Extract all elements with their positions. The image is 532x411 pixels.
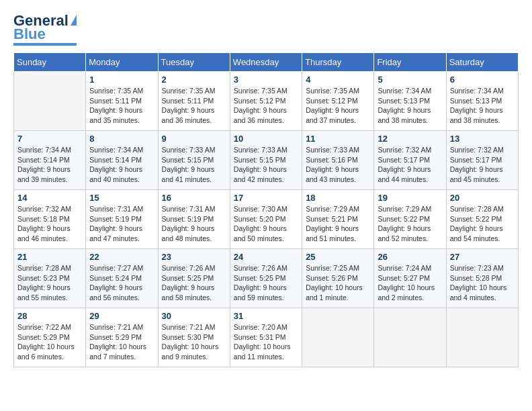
day-info: Sunrise: 7:35 AM Sunset: 5:12 PM Dayligh…: [234, 86, 298, 126]
calendar-cell: 20Sunrise: 7:28 AM Sunset: 5:22 PM Dayli…: [446, 190, 518, 249]
day-info: Sunrise: 7:33 AM Sunset: 5:15 PM Dayligh…: [162, 145, 226, 185]
calendar-week-row: 28Sunrise: 7:22 AM Sunset: 5:29 PM Dayli…: [14, 308, 519, 367]
day-info: Sunrise: 7:22 AM Sunset: 5:29 PM Dayligh…: [17, 322, 82, 362]
day-number: 20: [450, 193, 515, 203]
logo-blue-bar: [13, 43, 77, 46]
calendar-header-sunday: Sunday: [14, 53, 86, 72]
calendar-cell: 13Sunrise: 7:32 AM Sunset: 5:17 PM Dayli…: [446, 131, 518, 190]
calendar-header-tuesday: Tuesday: [158, 53, 230, 72]
day-info: Sunrise: 7:31 AM Sunset: 5:19 PM Dayligh…: [162, 204, 226, 244]
calendar-cell: 2Sunrise: 7:35 AM Sunset: 5:11 PM Daylig…: [158, 72, 230, 131]
day-number: 15: [89, 193, 154, 203]
day-info: Sunrise: 7:32 AM Sunset: 5:18 PM Dayligh…: [17, 204, 82, 244]
day-info: Sunrise: 7:34 AM Sunset: 5:14 PM Dayligh…: [17, 145, 82, 185]
calendar-cell: 9Sunrise: 7:33 AM Sunset: 5:15 PM Daylig…: [158, 131, 230, 190]
day-number: 8: [89, 134, 154, 144]
day-info: Sunrise: 7:34 AM Sunset: 5:13 PM Dayligh…: [450, 86, 515, 126]
calendar-cell: 14Sunrise: 7:32 AM Sunset: 5:18 PM Dayli…: [14, 190, 86, 249]
day-number: 23: [162, 252, 226, 262]
day-number: 19: [378, 193, 442, 203]
calendar-cell: 8Sunrise: 7:34 AM Sunset: 5:14 PM Daylig…: [86, 131, 158, 190]
calendar-cell: 6Sunrise: 7:34 AM Sunset: 5:13 PM Daylig…: [446, 72, 518, 131]
calendar-cell: 31Sunrise: 7:20 AM Sunset: 5:31 PM Dayli…: [230, 308, 302, 367]
day-number: 13: [450, 134, 515, 144]
calendar-cell: 5Sunrise: 7:34 AM Sunset: 5:13 PM Daylig…: [374, 72, 446, 131]
calendar-week-row: 21Sunrise: 7:28 AM Sunset: 5:23 PM Dayli…: [14, 249, 519, 308]
calendar-cell: 17Sunrise: 7:30 AM Sunset: 5:20 PM Dayli…: [230, 190, 302, 249]
day-number: 26: [378, 252, 442, 262]
day-number: 7: [17, 134, 82, 144]
day-info: Sunrise: 7:28 AM Sunset: 5:22 PM Dayligh…: [450, 204, 515, 244]
day-info: Sunrise: 7:26 AM Sunset: 5:25 PM Dayligh…: [234, 263, 298, 303]
day-number: 12: [378, 134, 442, 144]
calendar-cell: 28Sunrise: 7:22 AM Sunset: 5:29 PM Dayli…: [14, 308, 86, 367]
calendar-cell: [14, 72, 86, 131]
calendar-cell: 19Sunrise: 7:29 AM Sunset: 5:22 PM Dayli…: [374, 190, 446, 249]
logo-text-blue: Blue: [13, 27, 46, 42]
day-info: Sunrise: 7:34 AM Sunset: 5:14 PM Dayligh…: [89, 145, 154, 185]
calendar-cell: [446, 308, 518, 367]
calendar-cell: 29Sunrise: 7:21 AM Sunset: 5:29 PM Dayli…: [86, 308, 158, 367]
calendar-cell: [374, 308, 446, 367]
calendar-cell: 30Sunrise: 7:21 AM Sunset: 5:30 PM Dayli…: [158, 308, 230, 367]
calendar-cell: 26Sunrise: 7:24 AM Sunset: 5:27 PM Dayli…: [374, 249, 446, 308]
day-info: Sunrise: 7:24 AM Sunset: 5:27 PM Dayligh…: [378, 263, 442, 303]
calendar-cell: 27Sunrise: 7:23 AM Sunset: 5:28 PM Dayli…: [446, 249, 518, 308]
day-number: 10: [234, 134, 298, 144]
day-number: 4: [306, 75, 370, 85]
logo: General Blue: [13, 13, 77, 46]
calendar-cell: 11Sunrise: 7:33 AM Sunset: 5:16 PM Dayli…: [302, 131, 374, 190]
day-number: 2: [162, 75, 226, 85]
calendar-cell: 1Sunrise: 7:35 AM Sunset: 5:11 PM Daylig…: [86, 72, 158, 131]
calendar-week-row: 7Sunrise: 7:34 AM Sunset: 5:14 PM Daylig…: [14, 131, 519, 190]
calendar-week-row: 1Sunrise: 7:35 AM Sunset: 5:11 PM Daylig…: [14, 72, 519, 131]
day-number: 30: [162, 311, 226, 321]
day-number: 28: [17, 311, 82, 321]
page-header: General Blue: [13, 13, 519, 46]
calendar-header-friday: Friday: [374, 53, 446, 72]
day-info: Sunrise: 7:25 AM Sunset: 5:26 PM Dayligh…: [306, 263, 370, 303]
calendar-cell: 10Sunrise: 7:33 AM Sunset: 5:15 PM Dayli…: [230, 131, 302, 190]
calendar-cell: 25Sunrise: 7:25 AM Sunset: 5:26 PM Dayli…: [302, 249, 374, 308]
day-number: 17: [234, 193, 298, 203]
day-number: 16: [162, 193, 226, 203]
day-info: Sunrise: 7:21 AM Sunset: 5:29 PM Dayligh…: [89, 322, 154, 362]
day-info: Sunrise: 7:28 AM Sunset: 5:23 PM Dayligh…: [17, 263, 82, 303]
day-number: 27: [450, 252, 515, 262]
day-info: Sunrise: 7:33 AM Sunset: 5:15 PM Dayligh…: [234, 145, 298, 185]
day-number: 5: [378, 75, 442, 85]
day-number: 18: [306, 193, 370, 203]
day-info: Sunrise: 7:23 AM Sunset: 5:28 PM Dayligh…: [450, 263, 515, 303]
calendar-cell: 4Sunrise: 7:35 AM Sunset: 5:12 PM Daylig…: [302, 72, 374, 131]
day-info: Sunrise: 7:33 AM Sunset: 5:16 PM Dayligh…: [306, 145, 370, 185]
day-info: Sunrise: 7:32 AM Sunset: 5:17 PM Dayligh…: [378, 145, 442, 185]
calendar-header-saturday: Saturday: [446, 53, 518, 72]
calendar-cell: 7Sunrise: 7:34 AM Sunset: 5:14 PM Daylig…: [14, 131, 86, 190]
day-number: 29: [89, 311, 154, 321]
calendar-cell: [302, 308, 374, 367]
day-info: Sunrise: 7:20 AM Sunset: 5:31 PM Dayligh…: [234, 322, 298, 362]
calendar-cell: 22Sunrise: 7:27 AM Sunset: 5:24 PM Dayli…: [86, 249, 158, 308]
calendar-table: SundayMondayTuesdayWednesdayThursdayFrid…: [13, 52, 519, 367]
calendar-header-thursday: Thursday: [302, 53, 374, 72]
day-number: 14: [17, 193, 82, 203]
calendar-cell: 3Sunrise: 7:35 AM Sunset: 5:12 PM Daylig…: [230, 72, 302, 131]
day-info: Sunrise: 7:29 AM Sunset: 5:21 PM Dayligh…: [306, 204, 370, 244]
calendar-cell: 24Sunrise: 7:26 AM Sunset: 5:25 PM Dayli…: [230, 249, 302, 308]
calendar-header-monday: Monday: [86, 53, 158, 72]
calendar-cell: 15Sunrise: 7:31 AM Sunset: 5:19 PM Dayli…: [86, 190, 158, 249]
day-number: 3: [234, 75, 298, 85]
day-number: 11: [306, 134, 370, 144]
day-info: Sunrise: 7:31 AM Sunset: 5:19 PM Dayligh…: [89, 204, 154, 244]
calendar-cell: 16Sunrise: 7:31 AM Sunset: 5:19 PM Dayli…: [158, 190, 230, 249]
day-info: Sunrise: 7:34 AM Sunset: 5:13 PM Dayligh…: [378, 86, 442, 126]
day-info: Sunrise: 7:27 AM Sunset: 5:24 PM Dayligh…: [89, 263, 154, 303]
calendar-cell: 12Sunrise: 7:32 AM Sunset: 5:17 PM Dayli…: [374, 131, 446, 190]
calendar-header-wednesday: Wednesday: [230, 53, 302, 72]
day-number: 21: [17, 252, 82, 262]
day-info: Sunrise: 7:35 AM Sunset: 5:12 PM Dayligh…: [306, 86, 370, 126]
day-info: Sunrise: 7:21 AM Sunset: 5:30 PM Dayligh…: [162, 322, 226, 362]
calendar-cell: 23Sunrise: 7:26 AM Sunset: 5:25 PM Dayli…: [158, 249, 230, 308]
day-info: Sunrise: 7:30 AM Sunset: 5:20 PM Dayligh…: [234, 204, 298, 244]
day-info: Sunrise: 7:29 AM Sunset: 5:22 PM Dayligh…: [378, 204, 442, 244]
